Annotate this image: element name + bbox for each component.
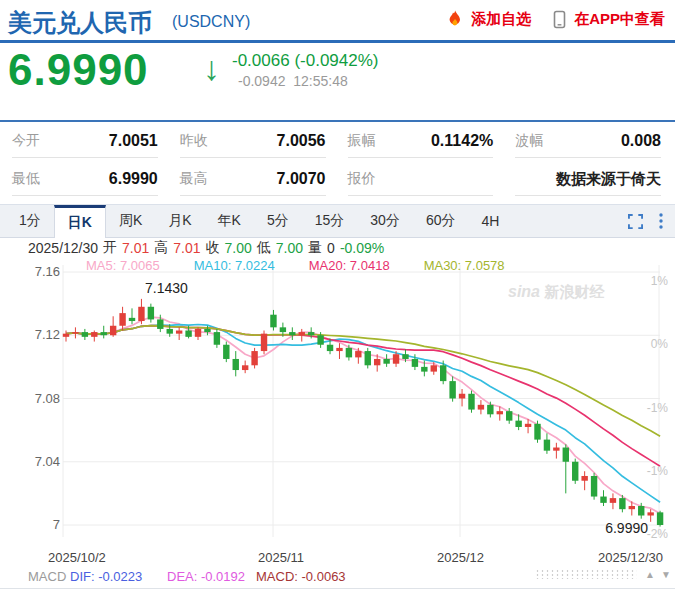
stat-low: 最低6.9990 [2, 160, 170, 198]
close-value: 7.00 [225, 240, 252, 256]
low-value: 7.00 [276, 240, 303, 256]
tab-60min[interactable]: 60分 [413, 205, 469, 237]
pct-axis-label: 1% [651, 274, 668, 288]
change-pct: -0.09% [340, 240, 384, 256]
stat-value: 0.1142% [431, 132, 493, 150]
ohlc-date: 2025/12/30 [28, 240, 98, 256]
x-tick-dec: 2025/12 [437, 550, 484, 565]
tab-4h[interactable]: 4H [468, 205, 512, 237]
instrument-symbol: (USDCNY) [172, 13, 250, 31]
y-axis-label: 7.08 [0, 391, 60, 406]
change-abs: -0.0942 [238, 73, 285, 89]
close-label: 收 [206, 239, 220, 257]
ma-legend: MA5: 7.0065 MA10: 7.0224 MA20: 7.0418 MA… [86, 258, 505, 273]
quote-time: 12:55:48 [293, 73, 348, 89]
pct-axis-label: -2% [647, 527, 668, 541]
macd-dea: DEA: -0.0192 [167, 569, 245, 584]
stat-high: 最高7.0070 [170, 160, 338, 198]
watermark-brand: sina [508, 283, 540, 300]
stat-prev-close: 昨收7.0056 [170, 122, 338, 160]
x-tick-last: 2025/12/30 [598, 550, 663, 565]
period-tabbar: 1分 日K 周K 月K 年K 5分 15分 30分 60分 4H [0, 204, 675, 238]
pct-axis-label: 0% [651, 337, 668, 351]
y-axis-label: 7.12 [0, 327, 60, 342]
stat-label: 报价 [348, 170, 376, 188]
phone-icon [553, 10, 566, 29]
stat-label: 今开 [12, 132, 40, 150]
sina-watermark: sina 新浪财经 [508, 285, 604, 298]
stat-label: 昨收 [180, 132, 208, 150]
page-header: 美元兑人民币 (USDCNY) 添加自选 在APP中查看 [0, 0, 675, 43]
stat-value: 7.0051 [109, 132, 158, 150]
stat-label: 振幅 [348, 132, 376, 150]
tab-30min[interactable]: 30分 [357, 205, 413, 237]
pct-axis-label: -1% [647, 464, 668, 478]
tab-yearly[interactable]: 年K [205, 205, 254, 237]
stat-label: 最高 [180, 170, 208, 188]
pct-axis-label: -1% [647, 401, 668, 415]
data-source: 数据来源于倚天 [505, 160, 673, 198]
y-axis-label: 7.16 [0, 264, 60, 279]
x-tick-nov: 2025/11 [258, 550, 304, 565]
stat-range: 波幅0.008 [505, 122, 673, 160]
down-arrow-icon: ↓ [203, 49, 220, 88]
ma10-legend: MA10: 7.0224 [194, 258, 275, 273]
stats-table: 今开7.0051 昨收7.0056 振幅0.1142% 波幅0.008 最低6.… [0, 120, 675, 196]
price-change-time: -0.0942 12:55:48 [238, 73, 348, 89]
tab-15min[interactable]: 15分 [302, 205, 358, 237]
x-axis: 2025/10/2 2025/11 2025/12 2025/12/30 [0, 545, 675, 568]
low-label: 低 [257, 239, 271, 257]
stat-value: 7.0070 [277, 170, 326, 188]
instrument-title: 美元兑人民币 [8, 7, 152, 39]
tab-daily[interactable]: 日K [54, 205, 106, 238]
low-annotation: 6.9990 [578, 520, 648, 536]
stat-value: 6.9990 [109, 170, 158, 188]
candlestick-chart[interactable]: MA5: 7.0065 MA10: 7.0224 MA20: 7.0418 MA… [0, 258, 675, 545]
macd-title: MACD [28, 569, 66, 584]
stat-value: 0.008 [621, 132, 661, 150]
open-value: 7.01 [122, 240, 149, 256]
stat-label: 最低 [12, 170, 40, 188]
macd-value: MACD: -0.0063 [256, 569, 346, 584]
x-tick-oct: 2025/10/2 [48, 550, 106, 565]
last-price: 6.9990 [8, 45, 149, 95]
chart-canvas[interactable] [0, 258, 675, 545]
more-options-icon[interactable] [659, 213, 663, 229]
y-axis-label: 7 [0, 517, 60, 532]
flame-icon [447, 10, 463, 29]
pane-down-arrow[interactable]: ▼ [661, 569, 671, 580]
high-value: 7.01 [173, 240, 200, 256]
fullscreen-icon[interactable] [628, 214, 643, 229]
data-source-text: 数据来源于倚天 [556, 170, 661, 189]
tab-1min[interactable]: 1分 [6, 205, 54, 237]
macd-dif: DIF: -0.0223 [70, 569, 142, 584]
watermark-name: 新浪财经 [544, 283, 604, 300]
high-label: 高 [154, 239, 168, 257]
stat-value: 7.0056 [277, 132, 326, 150]
open-label: 开 [103, 239, 117, 257]
pane-up-arrow[interactable]: ▲ [645, 569, 655, 580]
quote-section: 6.9990 ↓ -0.0066 (-0.0942%) -0.0942 12:5… [0, 43, 675, 120]
view-in-app-button[interactable]: 在APP中查看 [574, 10, 665, 29]
ma30-legend: MA30: 7.0578 [424, 258, 505, 273]
macd-bar: MACD DIF: -0.0223 DEA: -0.0192 MACD: -0.… [0, 568, 675, 584]
tab-weekly[interactable]: 周K [106, 205, 155, 237]
tab-5min[interactable]: 5分 [254, 205, 302, 237]
volume-label: 量 [308, 239, 322, 257]
stat-open: 今开7.0051 [2, 122, 170, 160]
ohlc-info-bar: 2025/12/30 开7.01 高7.01 收7.00 低7.00 量0 -0… [0, 238, 675, 258]
ma20-legend: MA20: 7.0418 [309, 258, 390, 273]
stat-amplitude: 振幅0.1142% [338, 122, 506, 160]
volume-value: 0 [327, 240, 335, 256]
tab-monthly[interactable]: 月K [155, 205, 204, 237]
ma5-legend: MA5: 7.0065 [86, 258, 160, 273]
pane-resize-handle[interactable] [535, 569, 637, 579]
high-annotation: 7.1430 [145, 280, 188, 296]
stat-label: 波幅 [515, 132, 543, 150]
add-watchlist-button[interactable]: 添加自选 [471, 10, 531, 29]
price-change: -0.0066 (-0.0942%) [232, 51, 378, 71]
y-axis-label: 7.04 [0, 454, 60, 469]
stat-quote: 报价 [338, 160, 506, 198]
